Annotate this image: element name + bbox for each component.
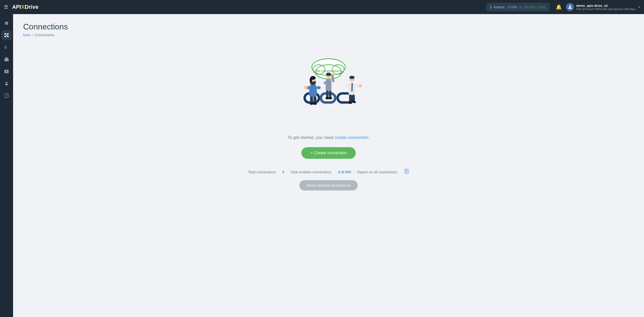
user-info: demo_apix-drive_s3 Plan |Premium PRO| le… xyxy=(576,4,635,11)
sidebar-item-home[interactable] xyxy=(2,18,12,28)
actions-of: of xyxy=(519,5,522,9)
svg-point-51 xyxy=(333,72,336,75)
username: demo_apix-drive_s3 xyxy=(576,4,635,8)
svg-rect-2 xyxy=(7,33,9,34)
breadcrumb-separator: / xyxy=(32,33,33,37)
svg-point-38 xyxy=(310,77,312,83)
sidebar-item-videos[interactable] xyxy=(2,66,12,76)
logo-api: API xyxy=(12,4,21,10)
logo-drive: Drive xyxy=(25,4,38,10)
user-plan: Plan |Premium PRO| left until payment 35… xyxy=(576,8,635,11)
menu-icon[interactable]: ☰ xyxy=(4,4,8,10)
total-connections-value: 0 xyxy=(282,170,284,174)
svg-point-46 xyxy=(313,102,317,105)
info-icon: ℹ xyxy=(490,5,492,10)
svg-rect-3 xyxy=(5,36,6,37)
svg-rect-34 xyxy=(341,96,349,100)
svg-rect-52 xyxy=(324,82,326,84)
user-section[interactable]: demo_apix-drive_s3 Plan |Premium PRO| le… xyxy=(566,3,640,11)
svg-text:$: $ xyxy=(5,45,7,49)
main-content: Connections Main / Connections xyxy=(13,14,644,317)
user-avatar xyxy=(566,3,574,11)
svg-rect-39 xyxy=(309,85,317,97)
stats-row: Total connections: 0 Total enabled conne… xyxy=(248,169,409,175)
svg-point-62 xyxy=(359,84,362,87)
svg-point-56 xyxy=(328,97,332,100)
svg-rect-41 xyxy=(317,86,320,89)
create-connection-button[interactable]: + Create connection xyxy=(301,147,356,159)
header-icons: 🔔 xyxy=(556,4,562,10)
svg-rect-4 xyxy=(7,36,9,37)
notification-bell-icon[interactable]: 🔔 xyxy=(556,4,562,10)
create-connection-link[interactable]: create connection. xyxy=(335,135,370,140)
report-label: Report on all connections: xyxy=(357,170,398,174)
sidebar-item-help[interactable]: ? xyxy=(2,91,12,101)
svg-rect-64 xyxy=(349,95,352,103)
enabled-connections-label: Total enabled connections: xyxy=(290,170,332,174)
actions-percent: (22%) xyxy=(537,5,546,9)
svg-point-13 xyxy=(6,82,8,84)
svg-point-0 xyxy=(569,5,571,7)
layout: $ ? Connections Main / Connections xyxy=(0,14,644,317)
svg-point-48 xyxy=(326,73,331,76)
sidebar-item-connections[interactable] xyxy=(2,30,12,40)
show-deleted-connections-button[interactable]: Show deleted connections xyxy=(299,180,357,190)
breadcrumb-current: Connections xyxy=(35,33,54,37)
svg-text:?: ? xyxy=(6,94,8,97)
no-connections-illustration: No connections xyxy=(281,52,376,128)
svg-text:No connections: No connections xyxy=(316,69,341,73)
svg-point-42 xyxy=(304,86,307,89)
breadcrumb-main-link[interactable]: Main xyxy=(23,33,31,37)
logo-x: X xyxy=(21,4,25,10)
empty-state-description: To get started, you need create connecti… xyxy=(288,135,370,140)
report-icon[interactable] xyxy=(404,169,409,175)
logo: APIXDrive xyxy=(12,4,38,10)
header: ☰ APIXDrive ℹ Actions: 22'089 of 100'000… xyxy=(0,0,644,14)
svg-point-45 xyxy=(310,102,313,105)
svg-rect-63 xyxy=(346,85,349,87)
total-connections-label: Total connections: xyxy=(248,170,276,174)
svg-rect-1 xyxy=(5,33,6,34)
sidebar: $ ? xyxy=(0,14,13,317)
actions-label: Actions: xyxy=(494,5,505,9)
sidebar-item-profile[interactable] xyxy=(2,78,12,89)
sidebar-item-billing[interactable]: $ xyxy=(2,42,12,52)
empty-state: No connections xyxy=(23,47,634,201)
svg-rect-10 xyxy=(5,58,9,61)
actions-badge[interactable]: ℹ Actions: 22'089 of 100'000 (22%) xyxy=(486,3,550,11)
sidebar-item-services[interactable] xyxy=(2,54,12,64)
enabled-connections-value: 0 of 500 xyxy=(338,170,351,174)
svg-point-58 xyxy=(349,76,355,79)
breadcrumb: Main / Connections xyxy=(23,33,634,37)
actions-total: 100'000 xyxy=(524,5,535,9)
chevron-down-icon: ▾ xyxy=(638,5,640,9)
actions-used: 22'089 xyxy=(507,5,517,9)
page-title: Connections xyxy=(23,22,634,31)
svg-rect-49 xyxy=(326,80,332,91)
